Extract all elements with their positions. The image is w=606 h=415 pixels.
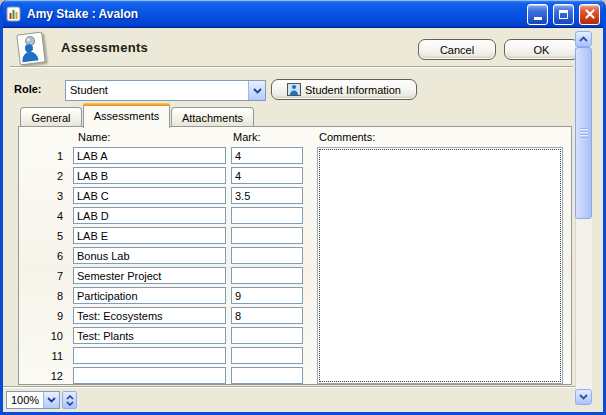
assessment-mark-input[interactable] [231, 227, 303, 244]
row-number: 1 [33, 150, 63, 162]
assessment-name-input[interactable] [73, 367, 226, 384]
role-label: Role: [14, 83, 42, 95]
row-number: 12 [33, 370, 63, 382]
zoom-value: 100% [7, 392, 43, 408]
assessment-mark-input[interactable] [231, 247, 303, 264]
row-number: 3 [33, 190, 63, 202]
assessment-name-input[interactable] [73, 227, 226, 244]
row-number: 9 [33, 310, 63, 322]
tab-assessments-label: Assessments [94, 110, 159, 122]
row-number: 11 [33, 350, 63, 362]
assessment-name-input[interactable] [73, 307, 226, 324]
row-number: 7 [33, 270, 63, 282]
role-dropdown-value: Student [66, 81, 248, 100]
row-number: 10 [33, 330, 63, 342]
assessments-icon [16, 31, 48, 67]
row-number: 4 [33, 210, 63, 222]
page-title: Assessments [61, 40, 148, 55]
assessment-mark-input[interactable] [231, 167, 303, 184]
assessment-name-input[interactable] [73, 247, 226, 264]
scrollbar-thumb[interactable] [575, 47, 592, 219]
row-number: 6 [33, 250, 63, 262]
titlebar[interactable]: Amy Stake : Avalon [0, 0, 606, 28]
dialog-window: Amy Stake : Avalon Assessments Cancel [0, 0, 606, 415]
assessment-name-input[interactable] [73, 167, 226, 184]
chevron-down-icon[interactable] [248, 81, 265, 100]
assessment-mark-input[interactable] [231, 187, 303, 204]
close-icon [584, 8, 596, 20]
assessment-name-input[interactable] [73, 327, 226, 344]
role-dropdown[interactable]: Student [65, 80, 266, 101]
chevron-down-icon[interactable] [43, 392, 59, 408]
assessment-name-input[interactable] [73, 347, 226, 364]
assessment-mark-input[interactable] [231, 267, 303, 284]
cancel-button[interactable]: Cancel [418, 39, 496, 60]
minimize-icon [534, 17, 542, 20]
assessment-mark-input[interactable] [231, 327, 303, 344]
comments-box [317, 147, 563, 384]
assessment-mark-input[interactable] [231, 347, 303, 364]
row-number: 2 [33, 170, 63, 182]
vertical-scrollbar[interactable] [575, 31, 592, 405]
row-number: 8 [33, 290, 63, 302]
comments-header: Comments: [319, 131, 375, 143]
spinner-down-icon [66, 401, 74, 406]
tab-general[interactable]: General [20, 107, 82, 127]
zoom-dropdown[interactable]: 100% [6, 391, 60, 409]
assessment-mark-input[interactable] [231, 287, 303, 304]
assessment-mark-input[interactable] [231, 307, 303, 324]
minimize-button[interactable] [527, 4, 548, 25]
student-information-button[interactable]: Student Information [271, 79, 417, 100]
assessment-mark-input[interactable] [231, 367, 303, 384]
assessment-name-input[interactable] [73, 287, 226, 304]
assessment-name-input[interactable] [73, 147, 226, 164]
assessments-panel: Name: Mark: Comments: 1 2 3 4 [18, 126, 572, 385]
chevron-up-icon [579, 36, 588, 42]
status-bar: 100% [3, 386, 575, 412]
tab-general-label: General [31, 112, 70, 124]
maximize-icon [559, 10, 568, 19]
app-icon [6, 6, 22, 22]
assessment-mark-input[interactable] [231, 207, 303, 224]
mark-column-header: Mark: [233, 131, 261, 143]
zoom-spinner[interactable] [62, 391, 77, 409]
tab-assessments[interactable]: Assessments [83, 103, 170, 128]
assessment-name-input[interactable] [73, 267, 226, 284]
scroll-up-button[interactable] [575, 31, 592, 47]
tab-attachments[interactable]: Attachments [171, 107, 254, 127]
scroll-down-button[interactable] [575, 389, 592, 405]
person-icon [287, 83, 301, 96]
chevron-down-icon [579, 394, 588, 400]
header-divider [10, 66, 573, 68]
name-column-header: Name: [78, 131, 110, 143]
cancel-button-label: Cancel [440, 44, 474, 56]
close-button[interactable] [579, 4, 600, 25]
assessment-name-input[interactable] [73, 207, 226, 224]
ok-button-label: OK [534, 44, 550, 56]
dialog-content: Assessments Cancel OK Role: Student Stud… [3, 28, 603, 412]
maximize-button[interactable] [553, 4, 574, 25]
ok-button[interactable]: OK [504, 39, 579, 60]
comments-textarea[interactable] [320, 150, 560, 381]
scrollbar-grip-icon [580, 128, 588, 138]
tab-attachments-label: Attachments [182, 112, 243, 124]
window-title: Amy Stake : Avalon [27, 7, 522, 21]
assessment-name-input[interactable] [73, 187, 226, 204]
row-number: 5 [33, 230, 63, 242]
student-information-label: Student Information [305, 84, 401, 96]
spinner-up-icon [66, 395, 74, 400]
assessment-mark-input[interactable] [231, 147, 303, 164]
